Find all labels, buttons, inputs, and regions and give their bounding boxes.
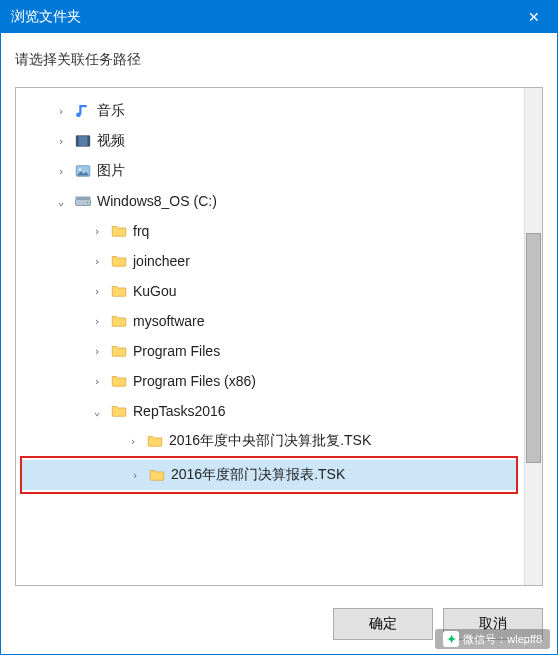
chevron-right-icon[interactable]: › — [90, 345, 104, 358]
tree-item[interactable]: ›2016年度中央部门决算批复.TSK — [20, 426, 538, 456]
tree-item[interactable]: ›视频 — [20, 126, 538, 156]
folder-icon — [109, 221, 129, 241]
chevron-right-icon[interactable]: › — [90, 225, 104, 238]
chevron-right-icon[interactable]: › — [126, 435, 140, 448]
folder-icon — [147, 465, 167, 485]
svg-point-4 — [79, 168, 81, 170]
tree-item-label: Windows8_OS (C:) — [97, 193, 217, 209]
watermark-text: 微信号：wlepff8 — [463, 632, 542, 647]
folder-icon — [109, 311, 129, 331]
svg-rect-1 — [76, 136, 78, 147]
tree-item-label: 音乐 — [97, 102, 125, 120]
window-title: 浏览文件夹 — [11, 8, 81, 26]
tree-item[interactable]: ›Program Files — [20, 336, 538, 366]
tree-item-label: RepTasks2016 — [133, 403, 226, 419]
ok-button[interactable]: 确定 — [333, 608, 433, 640]
svg-rect-6 — [76, 197, 91, 200]
folder-tree: ›音乐›视频›图片⌄Windows8_OS (C:)›frq›joincheer… — [15, 87, 543, 586]
tree-item[interactable]: ›mysoftware — [20, 306, 538, 336]
wechat-icon: ✦ — [443, 631, 459, 647]
scrollbar-track[interactable] — [524, 88, 542, 585]
music-icon — [73, 101, 93, 121]
tree-item[interactable]: ›2016年度部门决算报表.TSK — [22, 460, 516, 490]
tree-scroll-area[interactable]: ›音乐›视频›图片⌄Windows8_OS (C:)›frq›joincheer… — [16, 88, 542, 585]
chevron-right-icon[interactable]: › — [54, 105, 68, 118]
tree-item-label: 2016年度中央部门决算批复.TSK — [169, 432, 371, 450]
tree-item[interactable]: ⌄RepTasks2016 — [20, 396, 538, 426]
chevron-right-icon[interactable]: › — [90, 255, 104, 268]
tree-item-label: mysoftware — [133, 313, 205, 329]
tree-item-label: Program Files (x86) — [133, 373, 256, 389]
drive-icon — [73, 191, 93, 211]
svg-rect-2 — [88, 136, 90, 147]
tree-item[interactable]: ›joincheer — [20, 246, 538, 276]
tree-item[interactable]: ›Program Files (x86) — [20, 366, 538, 396]
chevron-right-icon[interactable]: › — [90, 315, 104, 328]
tree-item[interactable]: ›音乐 — [20, 96, 538, 126]
chevron-right-icon[interactable]: › — [90, 375, 104, 388]
watermark: ✦ 微信号：wlepff8 — [435, 629, 550, 649]
selected-highlight: ›2016年度部门决算报表.TSK — [20, 456, 518, 494]
tree-item-label: 视频 — [97, 132, 125, 150]
folder-icon — [109, 281, 129, 301]
tree-item[interactable]: ⌄Windows8_OS (C:) — [20, 186, 538, 216]
close-icon: ✕ — [528, 9, 540, 25]
folder-icon — [109, 251, 129, 271]
tree-item[interactable]: ›图片 — [20, 156, 538, 186]
tree-item-label: Program Files — [133, 343, 220, 359]
tree-item-label: frq — [133, 223, 149, 239]
scrollbar-thumb[interactable] — [526, 233, 541, 463]
image-icon — [73, 161, 93, 181]
video-icon — [73, 131, 93, 151]
chevron-right-icon[interactable]: › — [128, 469, 142, 482]
folder-icon — [109, 341, 129, 361]
chevron-right-icon[interactable]: › — [54, 165, 68, 178]
instruction-text: 请选择关联任务路径 — [1, 33, 557, 81]
svg-point-7 — [87, 202, 89, 204]
titlebar: 浏览文件夹 ✕ — [1, 1, 557, 33]
chevron-down-icon[interactable]: ⌄ — [90, 405, 104, 418]
tree-item-label: 图片 — [97, 162, 125, 180]
tree-item-label: KuGou — [133, 283, 177, 299]
dialog: 浏览文件夹 ✕ 请选择关联任务路径 ›音乐›视频›图片⌄Windows8_OS … — [0, 0, 558, 655]
tree-item[interactable]: ›KuGou — [20, 276, 538, 306]
folder-icon — [109, 401, 129, 421]
tree-item[interactable]: ›frq — [20, 216, 538, 246]
chevron-right-icon[interactable]: › — [54, 135, 68, 148]
close-button[interactable]: ✕ — [511, 1, 557, 33]
folder-icon — [145, 431, 165, 451]
chevron-right-icon[interactable]: › — [90, 285, 104, 298]
chevron-down-icon[interactable]: ⌄ — [54, 195, 68, 208]
tree-item-label: 2016年度部门决算报表.TSK — [171, 466, 345, 484]
tree-item-label: joincheer — [133, 253, 190, 269]
folder-icon — [109, 371, 129, 391]
